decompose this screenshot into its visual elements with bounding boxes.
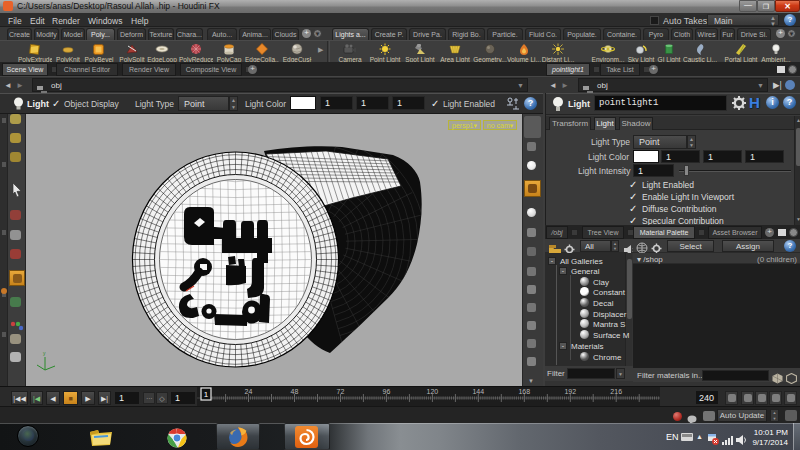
svg-text:48: 48 (291, 388, 299, 395)
svg-text:1: 1 (204, 390, 209, 399)
svg-text:96: 96 (383, 388, 391, 395)
svg-text:216: 216 (610, 388, 622, 395)
svg-text:72: 72 (337, 388, 345, 395)
svg-text:168: 168 (518, 388, 530, 395)
svg-text:144: 144 (472, 388, 484, 395)
svg-text:120: 120 (427, 388, 439, 395)
svg-text:y: y (43, 350, 46, 356)
svg-text:192: 192 (564, 388, 576, 395)
svg-text:24: 24 (245, 388, 253, 395)
